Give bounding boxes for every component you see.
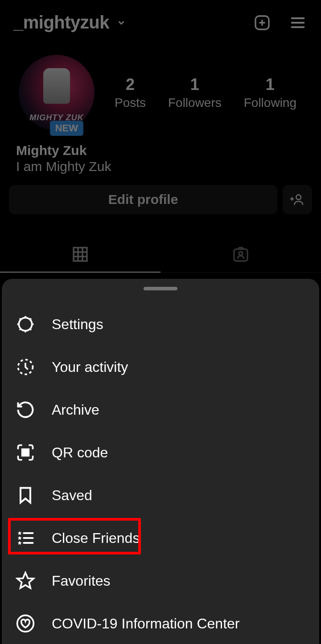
display-name: Mighty Zuk [16,143,308,158]
edit-profile-label: Edit profile [108,192,178,207]
menu-item-qr[interactable]: QR code [2,431,319,474]
svg-point-6 [296,195,301,200]
menu-label: Favorites [52,573,111,589]
stats-row: 2 Posts 1 Followers 1 Following [95,75,308,110]
username[interactable]: _mightyzuk [13,12,109,33]
menu-item-settings[interactable]: Settings [2,303,319,346]
stat-label: Followers [168,96,222,110]
create-icon[interactable] [252,13,272,33]
hamburger-menu-icon[interactable] [288,13,308,33]
menu-item-archive[interactable]: Archive [2,388,319,431]
stat-followers[interactable]: 1 Followers [168,75,222,110]
gear-icon [15,314,36,334]
stat-value: 2 [115,75,146,94]
svg-rect-9 [74,248,87,261]
profile-header: _mightyzuk [0,0,321,41]
discover-people-button[interactable] [283,185,312,214]
new-badge: NEW [50,121,83,136]
menu-label: Settings [52,316,103,333]
chevron-down-icon[interactable] [116,18,126,28]
stat-label: Following [244,96,296,110]
profile-tabs [0,236,321,273]
stat-value: 1 [168,75,222,94]
stat-following[interactable]: 1 Following [244,75,296,110]
svg-point-15 [239,252,243,255]
tab-tagged[interactable] [160,236,321,272]
menu-label: Saved [52,487,92,504]
svg-marker-27 [18,541,22,545]
menu-label: Your activity [52,359,128,375]
bookmark-icon [15,485,36,505]
menu-bottom-sheet: Settings Your activity Archive QR code S… [2,279,319,644]
menu-item-covid[interactable]: COVID-19 Information Center [2,602,319,644]
svg-point-16 [19,318,32,330]
menu-label: COVID-19 Information Center [52,615,240,632]
activity-icon [15,357,36,377]
menu-label: QR code [52,444,108,461]
avatar[interactable]: MIGHTY ZUK NEW [19,55,95,130]
sheet-handle[interactable] [144,287,177,290]
menu-label: Close Friends [52,530,140,546]
menu-item-close-friends[interactable]: Close Friends [2,517,319,559]
action-buttons: Edit profile [0,174,321,214]
heart-circle-icon [15,613,36,634]
edit-profile-button[interactable]: Edit profile [9,185,277,214]
close-friends-icon [15,528,36,548]
bio-section: Mighty Zuk I am Mighty Zuk [0,130,321,174]
bio-text: I am Mighty Zuk [16,159,308,174]
svg-marker-28 [17,573,34,588]
menu-item-favorites[interactable]: Favorites [2,559,319,602]
add-person-icon [290,192,305,207]
svg-rect-19 [26,449,29,452]
qr-icon [15,442,36,463]
menu-item-activity[interactable]: Your activity [2,346,319,388]
svg-rect-20 [22,453,25,456]
archive-icon [15,399,36,420]
star-icon [15,571,36,591]
svg-marker-26 [18,536,22,540]
profile-row: MIGHTY ZUK NEW 2 Posts 1 Followers 1 Fol… [0,41,321,130]
svg-rect-18 [22,449,25,452]
stat-value: 1 [244,75,296,94]
menu-label: Archive [52,402,99,418]
stat-posts[interactable]: 2 Posts [115,75,146,110]
grid-icon [71,245,89,263]
avatar-image [43,68,70,104]
svg-marker-25 [18,531,22,535]
menu-item-saved[interactable]: Saved [2,474,319,517]
tab-grid[interactable] [0,236,160,272]
svg-rect-21 [26,453,29,456]
tagged-icon [232,245,250,263]
stat-label: Posts [115,96,146,110]
